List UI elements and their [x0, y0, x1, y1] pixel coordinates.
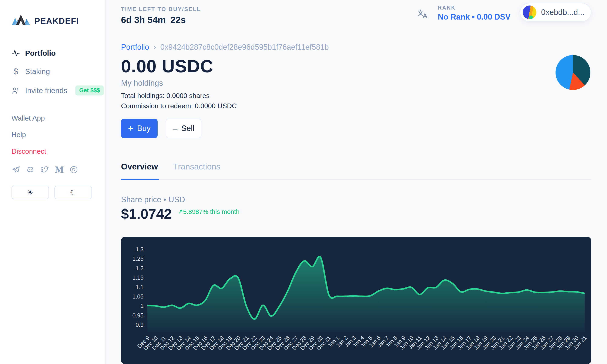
- telegram-icon[interactable]: [12, 165, 20, 174]
- holdings-amount: 0.00 USDC: [121, 56, 591, 77]
- social-links: M: [12, 165, 105, 174]
- y-tick-label: 1.05: [121, 293, 144, 300]
- chevron-right-icon: ›: [153, 42, 156, 52]
- wallet-address: 0xebdb...d...: [541, 8, 584, 17]
- language-translate-icon[interactable]: [417, 9, 428, 20]
- tab-transactions[interactable]: Transactions: [173, 162, 220, 180]
- rank-block: RANK No Rank • 0.00 DSV: [438, 5, 510, 22]
- invite-reward-badge: Get $$$: [75, 85, 104, 95]
- people-icon: [12, 86, 20, 95]
- sidebar-item-portfolio[interactable]: Portfolio: [12, 49, 105, 57]
- y-tick-label: 1.15: [121, 274, 144, 281]
- trade-buttons: + Buy – Sell: [121, 119, 591, 138]
- dollar-icon: $: [12, 67, 20, 76]
- main-content: TIME LEFT TO BUY/SELL 6d 3h 54m22s RANK …: [106, 0, 607, 364]
- share-price-label: Share price • USD: [121, 195, 591, 204]
- sun-icon: ☀: [27, 188, 33, 197]
- minus-icon: –: [173, 124, 177, 133]
- tab-bar: Overview Transactions: [121, 162, 591, 180]
- dark-mode-button[interactable]: ☾: [54, 186, 92, 199]
- wallet-account-button[interactable]: 0xebdb...d...: [520, 3, 591, 22]
- share-price-change: ↗5.8987% this month: [178, 208, 239, 215]
- theme-switcher: ☀ ☾: [12, 186, 105, 199]
- sidebar-item-label: Portfolio: [25, 49, 56, 57]
- chart-area-fill: [147, 256, 585, 332]
- medium-icon[interactable]: M: [55, 165, 64, 174]
- github-icon[interactable]: [69, 165, 78, 174]
- sidebar-item-staking[interactable]: $ Staking: [12, 67, 105, 76]
- moon-icon: ☾: [70, 188, 76, 197]
- twitter-icon[interactable]: [40, 165, 49, 174]
- allocation-pie-chart[interactable]: [555, 55, 590, 90]
- share-price-chart[interactable]: 1.31.251.21.151.11.0510.950.9 Dec 9Dec 1…: [121, 237, 591, 364]
- sidebar-links: Wallet App Help Disconnect: [12, 114, 105, 156]
- peakdefi-logo-icon: [12, 13, 30, 28]
- buy-button[interactable]: + Buy: [121, 119, 158, 138]
- wallet-avatar: [523, 6, 536, 19]
- discord-icon[interactable]: [26, 165, 35, 174]
- topbar-right: RANK No Rank • 0.00 DSV 0xebdb...d...: [417, 3, 591, 22]
- commission-line: Commission to redeem: 0.0000 USDC: [121, 102, 591, 110]
- y-tick-label: 1.2: [121, 265, 144, 272]
- topbar: TIME LEFT TO BUY/SELL 6d 3h 54m22s RANK …: [106, 0, 607, 25]
- countdown-value: 6d 3h 54m22s: [121, 15, 201, 25]
- share-price-value: $1.0742: [121, 206, 172, 222]
- total-holdings-line: Total holdings: 0.0000 shares: [121, 91, 591, 100]
- chart-plot-area[interactable]: [147, 241, 585, 333]
- sidebar-item-label: Staking: [25, 67, 50, 76]
- sidebar-item-label: Invite friends: [25, 86, 67, 95]
- rank-value: No Rank • 0.00 DSV: [438, 13, 510, 22]
- rank-label: RANK: [438, 5, 510, 11]
- brand-name: PEAKDEFI: [34, 16, 79, 26]
- countdown-label: TIME LEFT TO BUY/SELL: [121, 6, 201, 13]
- brand-logo[interactable]: PEAKDEFI: [12, 13, 105, 28]
- plus-icon: +: [128, 123, 133, 133]
- sidebar: PEAKDEFI Portfolio $ Staking: [0, 0, 106, 364]
- arrow-up-right-icon: ↗: [178, 208, 183, 215]
- breadcrumb-portfolio-link[interactable]: Portfolio: [121, 43, 149, 52]
- disconnect-link[interactable]: Disconnect: [12, 147, 105, 156]
- share-price-row: $1.0742 ↗5.8987% this month: [121, 206, 591, 222]
- sidebar-nav: Portfolio $ Staking Invite friends Get $…: [12, 49, 105, 95]
- y-tick-label: 1.1: [121, 284, 144, 291]
- holdings-subtitle: My holdings: [121, 79, 591, 88]
- sell-button[interactable]: – Sell: [166, 119, 201, 138]
- light-mode-button[interactable]: ☀: [12, 186, 49, 199]
- activity-icon: [12, 49, 20, 57]
- y-tick-label: 0.9: [121, 322, 144, 328]
- y-tick-label: 1.25: [121, 256, 144, 262]
- wallet-app-link[interactable]: Wallet App: [12, 114, 105, 122]
- y-tick-label: 0.95: [121, 312, 144, 319]
- help-link[interactable]: Help: [12, 131, 105, 139]
- breadcrumb-fund-address: 0x9424b287c8c0def28e96d595b1f76aef11ef58…: [160, 43, 329, 52]
- y-tick-label: 1.3: [121, 246, 144, 253]
- tab-overview[interactable]: Overview: [121, 162, 158, 180]
- buy-sell-countdown: TIME LEFT TO BUY/SELL 6d 3h 54m22s: [121, 6, 201, 25]
- countdown-seconds: 22s: [170, 15, 186, 25]
- y-tick-label: 1: [121, 303, 144, 309]
- holdings-details: Total holdings: 0.0000 shares Commission…: [121, 91, 591, 110]
- breadcrumb: Portfolio › 0x9424b287c8c0def28e96d595b1…: [121, 42, 591, 52]
- sidebar-item-invite-friends[interactable]: Invite friends Get $$$: [12, 85, 105, 95]
